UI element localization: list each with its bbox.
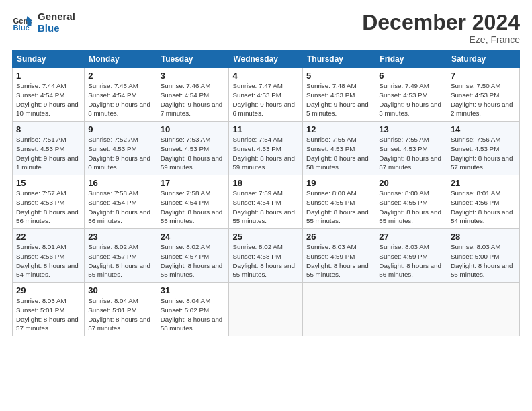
calendar-table: SundayMondayTuesdayWednesdayThursdayFrid… — [12, 50, 520, 336]
day-number: 31 — [161, 285, 226, 295]
day-number: 26 — [306, 232, 371, 242]
day-info: Sunrise: 7:55 AMSunset: 4:53 PMDaylight:… — [379, 135, 443, 172]
weekday-header-tuesday: Tuesday — [157, 51, 229, 68]
day-info: Sunrise: 7:50 AMSunset: 4:53 PMDaylight:… — [451, 81, 516, 118]
day-number: 24 — [161, 232, 226, 242]
day-info: Sunrise: 8:02 AMSunset: 4:57 PMDaylight:… — [161, 242, 226, 279]
day-info: Sunrise: 8:01 AMSunset: 4:56 PMDaylight:… — [16, 242, 81, 279]
day-number: 8 — [16, 124, 81, 134]
calendar-cell: 26Sunrise: 8:03 AMSunset: 4:59 PMDayligh… — [303, 229, 375, 283]
calendar-cell — [303, 283, 375, 336]
day-number: 7 — [451, 71, 516, 81]
calendar-week-row: 8Sunrise: 7:51 AMSunset: 4:53 PMDaylight… — [13, 122, 520, 175]
day-info: Sunrise: 8:01 AMSunset: 4:56 PMDaylight:… — [451, 189, 516, 226]
logo-general: General — [38, 11, 75, 22]
day-info: Sunrise: 8:03 AMSunset: 4:59 PMDaylight:… — [306, 242, 371, 279]
calendar-cell: 3Sunrise: 7:46 AMSunset: 4:54 PMDaylight… — [157, 68, 229, 122]
day-info: Sunrise: 7:53 AMSunset: 4:53 PMDaylight:… — [161, 135, 226, 172]
calendar-cell: 15Sunrise: 7:57 AMSunset: 4:53 PMDayligh… — [13, 175, 85, 229]
weekday-header-saturday: Saturday — [447, 51, 519, 68]
calendar-cell: 18Sunrise: 7:59 AMSunset: 4:54 PMDayligh… — [229, 175, 303, 229]
calendar-cell: 20Sunrise: 8:00 AMSunset: 4:55 PMDayligh… — [375, 175, 447, 229]
day-info: Sunrise: 8:00 AMSunset: 4:55 PMDaylight:… — [306, 189, 371, 226]
day-number: 11 — [232, 124, 299, 134]
day-number: 3 — [161, 71, 226, 81]
calendar-cell: 28Sunrise: 8:03 AMSunset: 5:00 PMDayligh… — [447, 229, 519, 283]
day-number: 17 — [161, 178, 226, 188]
day-info: Sunrise: 8:03 AMSunset: 5:01 PMDaylight:… — [16, 296, 81, 333]
day-number: 2 — [88, 71, 152, 81]
day-info: Sunrise: 8:03 AMSunset: 5:00 PMDaylight:… — [451, 242, 516, 279]
location: Eze, France — [362, 34, 520, 45]
calendar-cell: 16Sunrise: 7:58 AMSunset: 4:54 PMDayligh… — [85, 175, 157, 229]
calendar-cell: 24Sunrise: 8:02 AMSunset: 4:57 PMDayligh… — [157, 229, 229, 283]
day-number: 1 — [16, 71, 81, 81]
calendar-cell: 5Sunrise: 7:48 AMSunset: 4:53 PMDaylight… — [303, 68, 375, 122]
calendar-cell: 11Sunrise: 7:54 AMSunset: 4:53 PMDayligh… — [229, 122, 303, 175]
calendar-cell: 30Sunrise: 8:04 AMSunset: 5:01 PMDayligh… — [85, 283, 157, 336]
calendar-cell: 27Sunrise: 8:03 AMSunset: 4:59 PMDayligh… — [375, 229, 447, 283]
calendar-week-row: 15Sunrise: 7:57 AMSunset: 4:53 PMDayligh… — [13, 175, 520, 229]
logo-blue: Blue — [38, 22, 75, 34]
day-info: Sunrise: 7:49 AMSunset: 4:53 PMDaylight:… — [379, 81, 443, 118]
day-info: Sunrise: 7:45 AMSunset: 4:54 PMDaylight:… — [88, 81, 152, 118]
calendar-cell: 6Sunrise: 7:49 AMSunset: 4:53 PMDaylight… — [375, 68, 447, 122]
day-number: 10 — [161, 124, 226, 134]
day-info: Sunrise: 8:03 AMSunset: 4:59 PMDaylight:… — [379, 242, 443, 279]
day-info: Sunrise: 7:57 AMSunset: 4:53 PMDaylight:… — [16, 189, 81, 226]
day-number: 29 — [16, 285, 81, 295]
calendar-cell: 31Sunrise: 8:04 AMSunset: 5:02 PMDayligh… — [157, 283, 229, 336]
calendar-week-row: 1Sunrise: 7:44 AMSunset: 4:54 PMDaylight… — [13, 68, 520, 122]
day-number: 4 — [232, 71, 299, 81]
weekday-header-monday: Monday — [85, 51, 157, 68]
day-info: Sunrise: 7:55 AMSunset: 4:53 PMDaylight:… — [306, 135, 371, 172]
day-info: Sunrise: 7:58 AMSunset: 4:54 PMDaylight:… — [161, 189, 226, 226]
logo-icon: General Blue — [12, 12, 32, 32]
day-number: 18 — [232, 178, 299, 188]
day-info: Sunrise: 7:58 AMSunset: 4:54 PMDaylight:… — [88, 189, 152, 226]
logo: General Blue General Blue — [12, 11, 75, 34]
day-number: 5 — [306, 71, 371, 81]
day-info: Sunrise: 8:02 AMSunset: 4:58 PMDaylight:… — [232, 242, 299, 279]
day-number: 12 — [306, 124, 371, 134]
calendar-cell: 23Sunrise: 8:02 AMSunset: 4:57 PMDayligh… — [85, 229, 157, 283]
day-number: 25 — [232, 232, 299, 242]
calendar-cell: 21Sunrise: 8:01 AMSunset: 4:56 PMDayligh… — [447, 175, 519, 229]
day-number: 28 — [451, 232, 516, 242]
calendar-cell: 19Sunrise: 8:00 AMSunset: 4:55 PMDayligh… — [303, 175, 375, 229]
day-number: 14 — [451, 124, 516, 134]
calendar-cell: 13Sunrise: 7:55 AMSunset: 4:53 PMDayligh… — [375, 122, 447, 175]
day-number: 20 — [379, 178, 443, 188]
day-info: Sunrise: 7:46 AMSunset: 4:54 PMDaylight:… — [161, 81, 226, 118]
title-block: December 2024 Eze, France — [362, 11, 520, 45]
calendar-cell: 25Sunrise: 8:02 AMSunset: 4:58 PMDayligh… — [229, 229, 303, 283]
calendar-cell: 2Sunrise: 7:45 AMSunset: 4:54 PMDaylight… — [85, 68, 157, 122]
calendar-cell: 9Sunrise: 7:52 AMSunset: 4:53 PMDaylight… — [85, 122, 157, 175]
weekday-header-sunday: Sunday — [13, 51, 85, 68]
calendar-cell — [375, 283, 447, 336]
day-info: Sunrise: 8:00 AMSunset: 4:55 PMDaylight:… — [379, 189, 443, 226]
calendar-cell — [229, 283, 303, 336]
calendar-cell: 29Sunrise: 8:03 AMSunset: 5:01 PMDayligh… — [13, 283, 85, 336]
weekday-header-row: SundayMondayTuesdayWednesdayThursdayFrid… — [13, 51, 520, 68]
day-number: 9 — [88, 124, 152, 134]
day-number: 16 — [88, 178, 152, 188]
calendar-week-row: 29Sunrise: 8:03 AMSunset: 5:01 PMDayligh… — [13, 283, 520, 336]
day-info: Sunrise: 7:54 AMSunset: 4:53 PMDaylight:… — [232, 135, 299, 172]
calendar-cell: 12Sunrise: 7:55 AMSunset: 4:53 PMDayligh… — [303, 122, 375, 175]
calendar-week-row: 22Sunrise: 8:01 AMSunset: 4:56 PMDayligh… — [13, 229, 520, 283]
calendar-cell — [447, 283, 519, 336]
day-info: Sunrise: 7:51 AMSunset: 4:53 PMDaylight:… — [16, 135, 81, 172]
calendar-cell: 4Sunrise: 7:47 AMSunset: 4:53 PMDaylight… — [229, 68, 303, 122]
day-info: Sunrise: 8:02 AMSunset: 4:57 PMDaylight:… — [88, 242, 152, 279]
weekday-header-wednesday: Wednesday — [229, 51, 303, 68]
svg-text:Blue: Blue — [13, 24, 30, 32]
calendar-cell: 7Sunrise: 7:50 AMSunset: 4:53 PMDaylight… — [447, 68, 519, 122]
day-info: Sunrise: 8:04 AMSunset: 5:01 PMDaylight:… — [88, 296, 152, 333]
day-number: 21 — [451, 178, 516, 188]
day-info: Sunrise: 7:56 AMSunset: 4:53 PMDaylight:… — [451, 135, 516, 172]
day-number: 27 — [379, 232, 443, 242]
calendar-cell: 8Sunrise: 7:51 AMSunset: 4:53 PMDaylight… — [13, 122, 85, 175]
day-info: Sunrise: 7:47 AMSunset: 4:53 PMDaylight:… — [232, 81, 299, 118]
weekday-header-friday: Friday — [375, 51, 447, 68]
